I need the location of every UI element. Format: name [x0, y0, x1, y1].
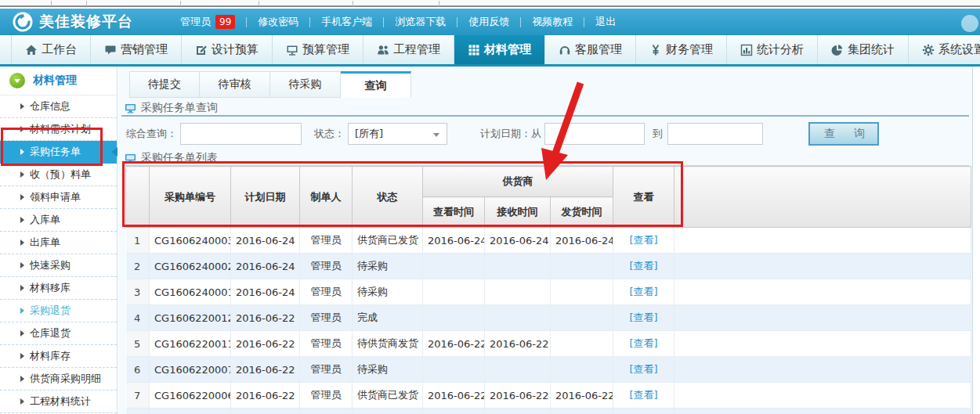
query-section-header: 采购任务单查询 [125, 101, 218, 115]
cell-ship-time [551, 409, 613, 414]
cell-order-no: CG1606220005 [150, 409, 231, 414]
people-icon [377, 44, 389, 56]
nav-item-label: 财务管理 [666, 42, 713, 57]
screen-icon [125, 103, 136, 114]
menu-divider [246, 17, 247, 27]
nav-item-客服管理[interactable]: 客服管理 [545, 35, 636, 64]
cell-creator: 管理员 [300, 409, 353, 414]
cell-view: [查看] [613, 228, 674, 254]
sidebar-item-供货商采购明细[interactable]: 供货商采购明细 [0, 368, 117, 391]
topbar-link[interactable]: 使用反馈 [468, 15, 509, 29]
notification-badge[interactable]: 99 [215, 15, 235, 29]
nav-item-系统设置[interactable]: 系统设置 [909, 35, 980, 64]
cell-receive-time: 2016-06-22 [485, 383, 551, 409]
row-index: 5 [126, 331, 150, 357]
row-index: 2 [126, 254, 150, 279]
sidebar-item-出库单[interactable]: 出库单 [0, 232, 117, 254]
date-to-input[interactable] [667, 123, 763, 145]
tab-待审核[interactable]: 待审核 [200, 71, 270, 98]
cell-view-time [423, 305, 485, 331]
view-link[interactable]: [查看] [629, 363, 657, 375]
tab-待采购[interactable]: 待采购 [270, 71, 341, 98]
sidebar-item-label: 出库单 [30, 236, 60, 250]
cell-status: 完成 [353, 305, 423, 331]
query-section-title: 采购任务单查询 [141, 101, 218, 115]
cell-status: 供货商已发货 [353, 383, 423, 409]
cell-receive-time [485, 305, 551, 331]
bullet-icon [20, 171, 24, 178]
cell-order-no: CG1606220006 [150, 383, 231, 409]
view-link[interactable]: [查看] [629, 260, 657, 272]
nav-item-工作台[interactable]: 工作台 [11, 35, 91, 64]
bullet-icon [20, 330, 24, 337]
topbar-link[interactable]: 退出 [595, 15, 616, 29]
cell-order-no: CG1606240001 [150, 279, 231, 305]
purchase-task-page: { "topbar": { "brand": "美佳装修平台", "user_l… [0, 0, 980, 414]
col-header-status: 状态 [353, 167, 423, 228]
date-from-label: 计划日期：从 [480, 127, 541, 141]
cell-view: [查看] [613, 357, 674, 383]
keyword-input[interactable] [180, 123, 302, 145]
sidebar-item-收（预）料单[interactable]: 收（预）料单 [0, 164, 117, 186]
cell-order-no: CG1606240002 [150, 254, 231, 279]
search-button[interactable]: 查 询 [808, 122, 879, 146]
design-icon [195, 44, 208, 56]
col-header-supplier-group: 供货商 [423, 167, 613, 197]
view-link[interactable]: [查看] [629, 286, 657, 297]
collapse-icon[interactable] [9, 73, 25, 88]
nav-item-材料管理[interactable]: 材料管理 [454, 35, 545, 64]
sidebar-item-材料移库[interactable]: 材料移库 [0, 277, 117, 300]
nav-item-集团统计[interactable]: 集团统计 [818, 35, 909, 64]
view-link[interactable]: [查看] [629, 389, 657, 401]
nav-item-label: 设计预算 [212, 42, 259, 57]
bullet-icon [20, 239, 24, 246]
nav-item-工程管理[interactable]: 工程管理 [363, 35, 454, 64]
sidebar-header[interactable]: 材料管理 [0, 67, 117, 95]
browser-mark [86, 1, 87, 6]
sidebar-item-采购任务单[interactable]: 采购任务单 [0, 141, 117, 164]
nav-item-设计预算[interactable]: 设计预算 [182, 35, 273, 64]
tab-bar: 待提交待审核待采购查询 [129, 71, 411, 98]
tab-查询[interactable]: 查询 [341, 71, 411, 98]
date-to-label: 到 [653, 127, 663, 141]
tab-待提交[interactable]: 待提交 [129, 71, 200, 98]
user-admin-link[interactable]: 管理员99 [180, 15, 235, 29]
topbar-link[interactable]: 手机客户端 [321, 15, 372, 29]
view-link[interactable]: [查看] [629, 337, 657, 349]
cell-status: 待采购 [353, 357, 423, 383]
sidebar-item-工程材料统计[interactable]: 工程材料统计 [0, 391, 117, 413]
col-header-order-no: 采购单编号 [150, 167, 231, 228]
nav-item-label: 系统设置 [938, 42, 980, 57]
topbar-link[interactable]: 修改密码 [258, 15, 298, 29]
date-from-input[interactable] [544, 123, 645, 145]
nav-item-财务管理[interactable]: 财务管理 [636, 35, 727, 64]
nav-item-预算管理[interactable]: 预算管理 [273, 35, 363, 64]
topbar-link[interactable]: 视频教程 [532, 15, 573, 29]
sidebar-item-仓库退货[interactable]: 仓库退货 [0, 322, 117, 345]
sidebar-item-领料申请单[interactable]: 领料申请单 [0, 186, 117, 209]
sidebar-item-快速采购[interactable]: 快速采购 [0, 254, 117, 277]
sidebar-item-仓库信息[interactable]: 仓库信息 [0, 95, 117, 118]
cell-filler [674, 383, 971, 409]
status-select[interactable]: [所有] [348, 123, 447, 145]
cell-creator: 管理员 [300, 357, 353, 383]
cell-order-no: CG1606220007 [150, 357, 231, 383]
sidebar-item-入库单[interactable]: 入库单 [0, 209, 117, 232]
sidebar-item-label: 供货商采购明细 [30, 372, 101, 386]
menu-divider [383, 17, 384, 27]
cell-receive-time [485, 357, 551, 383]
browser-mark [353, 1, 353, 6]
cell-order-no: CG1606240003 [150, 228, 231, 254]
sidebar-item-材料需求计划[interactable]: 材料需求计划 [0, 118, 117, 141]
nav-item-统计分析[interactable]: 统计分析 [727, 35, 818, 64]
nav-item-营销管理[interactable]: 营销管理 [91, 35, 182, 64]
cell-ship-time [551, 279, 613, 305]
view-link[interactable]: [查看] [629, 311, 657, 323]
sidebar-item-材料库存[interactable]: 材料库存 [0, 345, 117, 368]
section-underline [121, 115, 969, 117]
browser-mark [180, 1, 181, 6]
sidebar-item-采购退货[interactable]: 采购退货 [0, 300, 117, 322]
topbar-link[interactable]: 浏览器下载 [395, 15, 446, 29]
browser-remnant-strip [0, 0, 980, 7]
view-link[interactable]: [查看] [629, 234, 657, 246]
